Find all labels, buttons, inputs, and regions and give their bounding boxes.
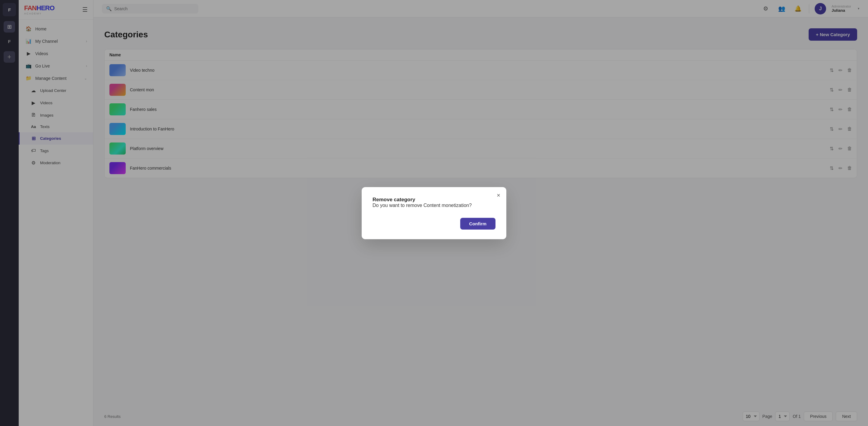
- modal-body: Do you want to remove Content monetizati…: [373, 203, 495, 208]
- modal-footer: Confirm: [373, 218, 495, 230]
- modal-close-button[interactable]: ×: [497, 192, 500, 199]
- modal-title: Remove category: [373, 197, 415, 202]
- modal-overlay[interactable]: Remove category × Do you want to remove …: [0, 0, 868, 426]
- confirm-button[interactable]: Confirm: [460, 218, 496, 230]
- modal-box: Remove category × Do you want to remove …: [362, 187, 506, 239]
